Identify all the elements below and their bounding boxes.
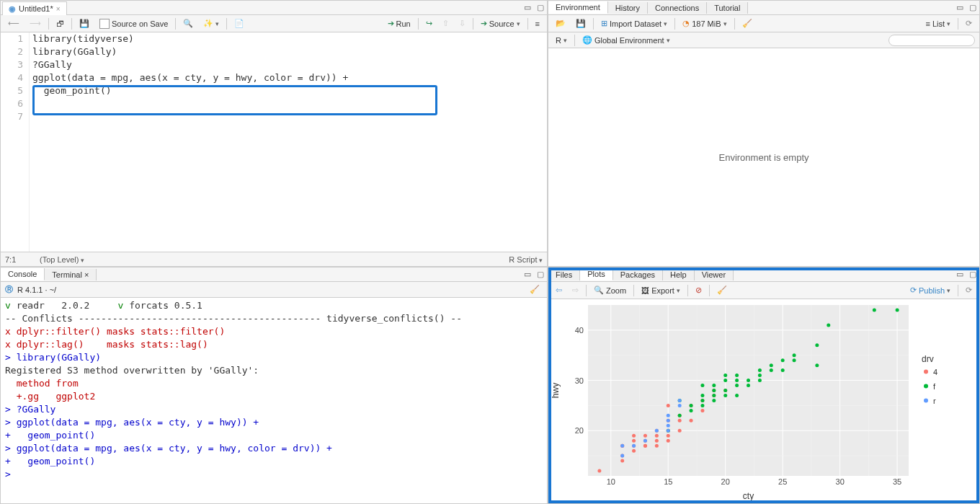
go-down-icon[interactable]: ⇩	[456, 18, 468, 29]
globe-icon: 🌐	[582, 35, 592, 45]
close-tab-icon[interactable]: ×	[56, 5, 61, 13]
maximize-icon[interactable]: ▢	[534, 3, 547, 12]
source-tab[interactable]: ◉ Untitled1* ×	[2, 1, 67, 15]
svg-point-85	[873, 308, 876, 311]
tab-connections[interactable]: Connections	[648, 2, 707, 14]
terminal-label: Terminal	[52, 270, 82, 279]
refresh-plot-icon[interactable]: ⟳	[963, 285, 975, 296]
svg-point-93	[667, 424, 670, 428]
zoom-button[interactable]: 🔍 Zoom	[591, 285, 629, 296]
export-button[interactable]: 🖼 Export	[638, 286, 683, 296]
source-on-save-checkbox[interactable]: Source on Save	[97, 18, 171, 30]
env-search-input[interactable]	[888, 35, 975, 46]
svg-point-36	[667, 434, 670, 438]
save-icon[interactable]: 💾	[76, 18, 92, 29]
find-icon[interactable]: 🔍	[180, 18, 196, 29]
console-output[interactable]: v readr 2.0.2 v forcats 0.5.1-- Conflict…	[1, 298, 547, 503]
cursor-position: 7:1	[5, 255, 40, 264]
tab-files[interactable]: Files	[548, 269, 580, 280]
close-terminal-icon[interactable]: ×	[84, 270, 89, 279]
source-button[interactable]: ➔Source	[478, 18, 523, 29]
refresh-icon[interactable]: ⟳	[963, 18, 975, 29]
tab-environment[interactable]: Environment	[548, 1, 608, 14]
svg-point-82	[815, 363, 819, 367]
forward-icon[interactable]: ⟶	[27, 18, 44, 29]
tab-plots[interactable]: Plots	[580, 268, 612, 280]
source-label: Source	[489, 19, 514, 28]
outline-icon[interactable]: ≡	[533, 19, 543, 29]
scope-selector[interactable]: 🌐 Global Environment	[579, 35, 673, 45]
svg-text:10: 10	[607, 477, 615, 486]
r-selector[interactable]: R	[553, 35, 570, 45]
env-tabbar: Environment History Connections Tutorial…	[548, 1, 979, 15]
prev-plot-icon[interactable]: ⇦	[553, 285, 565, 296]
svg-point-114	[924, 399, 928, 403]
minimize-icon[interactable]: ▭	[953, 270, 966, 279]
console-wd[interactable]: R 4.1.1 · ~/	[17, 286, 56, 294]
publish-button[interactable]: ⟳ Publish	[907, 285, 953, 296]
memory-pie-icon: ◔	[682, 19, 690, 28]
tab-viewer[interactable]: Viewer	[695, 269, 734, 280]
code-tools-icon[interactable]: ✨	[200, 18, 222, 29]
line-number: 4	[1, 71, 23, 84]
code-line: library(tidyverse)	[32, 32, 547, 45]
export-label: Export	[651, 286, 674, 295]
svg-point-64	[723, 389, 727, 392]
clear-plots-icon[interactable]: 🧹	[714, 285, 730, 296]
tab-history[interactable]: History	[608, 2, 648, 14]
clear-console-icon[interactable]: 🧹	[527, 284, 543, 295]
show-in-new-window-icon[interactable]: 🗗	[53, 19, 67, 29]
compile-report-icon[interactable]: 📄	[231, 18, 247, 29]
clear-workspace-icon[interactable]: 🧹	[739, 18, 755, 29]
go-up-icon[interactable]: ⇧	[440, 18, 452, 29]
back-icon[interactable]: ⟵	[5, 18, 22, 29]
separator	[687, 285, 688, 296]
maximize-icon[interactable]: ▢	[966, 270, 979, 279]
next-plot-icon[interactable]: ⇨	[569, 285, 582, 296]
save-workspace-icon[interactable]: 💾	[573, 18, 589, 29]
console-tabbar: Console Terminal × ▭ ▢	[1, 268, 547, 282]
memory-usage[interactable]: ◔ 187 MiB	[680, 18, 729, 29]
maximize-icon[interactable]: ▢	[966, 3, 979, 12]
svg-point-19	[620, 459, 624, 463]
tab-console[interactable]: Console	[1, 268, 45, 280]
minimize-icon[interactable]: ▭	[521, 3, 534, 12]
code-body[interactable]: library(tidyverse)library(GGally)?GGally…	[30, 32, 547, 252]
view-mode-selector[interactable]: ≡ List	[922, 19, 953, 29]
run-button[interactable]: ➔Run	[385, 18, 414, 29]
maximize-icon[interactable]: ▢	[534, 270, 547, 279]
svg-point-73	[758, 379, 762, 382]
scope-selector[interactable]: (Top Level)	[40, 255, 84, 264]
code-editor[interactable]: 1 2 3 4 5 6 7 library(tidyverse)library(…	[1, 32, 547, 252]
plots-pane: Files Plots Packages Help Viewer ▭ ▢ ⇦ ⇨…	[548, 267, 980, 504]
re-run-icon[interactable]: ↪	[423, 18, 435, 29]
tab-help[interactable]: Help	[663, 269, 695, 280]
tab-packages[interactable]: Packages	[613, 269, 663, 280]
svg-point-61	[712, 389, 716, 392]
svg-point-35	[667, 439, 670, 443]
svg-point-45	[700, 409, 704, 412]
svg-point-59	[712, 399, 716, 402]
remove-plot-icon[interactable]: ⊘	[692, 285, 705, 296]
source-toolbar: ⟵ ⟶ 🗗 💾 Source on Save 🔍 ✨ 📄 ➔Run ↪ ⇧ ⇩ …	[1, 15, 547, 32]
tab-tutorial[interactable]: Tutorial	[707, 2, 748, 14]
minimize-icon[interactable]: ▭	[953, 3, 966, 12]
separator	[175, 18, 176, 30]
env-toolbar: 📂 💾 ⊞ Import Dataset ◔ 187 MiB 🧹 ≡ List …	[548, 15, 979, 32]
svg-point-67	[735, 394, 739, 397]
svg-point-68	[735, 384, 739, 387]
separator	[958, 285, 958, 296]
minimize-icon[interactable]: ▭	[521, 270, 534, 279]
file-type-selector[interactable]: R Script	[509, 255, 543, 264]
code-line: library(GGally)	[32, 45, 547, 58]
svg-text:cty: cty	[743, 491, 754, 501]
svg-point-81	[793, 353, 796, 357]
load-workspace-icon[interactable]: 📂	[553, 18, 569, 29]
svg-point-74	[758, 373, 762, 377]
zoom-label: Zoom	[606, 286, 626, 295]
import-dataset-button[interactable]: ⊞ Import Dataset	[598, 18, 670, 29]
svg-point-86	[896, 308, 899, 311]
scatter-plot: 101520253035203040ctyhwydrv4fr	[548, 299, 974, 503]
line-gutter: 1 2 3 4 5 6 7	[1, 32, 30, 252]
tab-terminal[interactable]: Terminal ×	[45, 269, 97, 280]
